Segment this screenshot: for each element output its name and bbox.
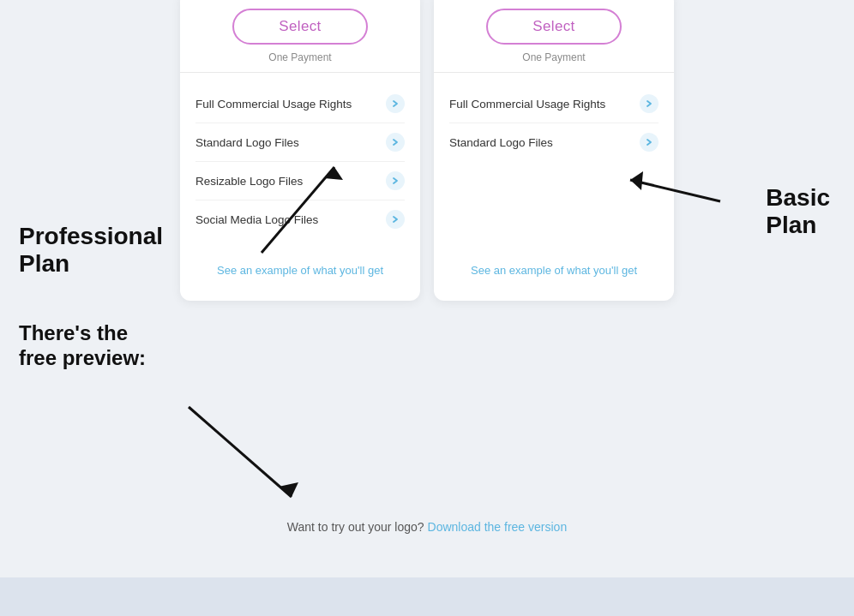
feature-chevron-icon[interactable] xyxy=(640,94,659,113)
list-item: Full Commercial Usage Rights xyxy=(195,85,405,123)
bottom-link-container: Want to try out your logo? Download the … xyxy=(0,520,854,534)
feature-chevron-icon[interactable] xyxy=(386,133,405,152)
professional-divider xyxy=(180,72,420,73)
free-preview-label: There's thefree preview: xyxy=(19,321,146,371)
professional-see-example-link[interactable]: See an example of what you'll get xyxy=(217,238,383,284)
basic-divider xyxy=(434,72,674,73)
basic-plan-label: BasicPlan xyxy=(766,184,830,239)
feature-label: Full Commercial Usage Rights xyxy=(195,98,352,111)
feature-label: Standard Logo Files xyxy=(195,136,299,149)
professional-feature-list: Full Commercial Usage Rights Standard Lo… xyxy=(180,85,420,238)
cards-container: Select One Payment Full Commercial Usage… xyxy=(180,0,674,309)
bottom-text: Want to try out your logo? xyxy=(287,520,428,534)
basic-see-example-link[interactable]: See an example of what you'll get xyxy=(471,238,637,284)
feature-chevron-icon[interactable] xyxy=(386,171,405,190)
feature-chevron-icon[interactable] xyxy=(386,94,405,113)
page-wrapper: Select One Payment Full Commercial Usage… xyxy=(0,0,854,616)
svg-marker-5 xyxy=(279,482,298,497)
basic-payment-label: One Payment xyxy=(522,51,585,63)
feature-label: Standard Logo Files xyxy=(449,136,553,149)
feature-label: Social Media Logo Files xyxy=(195,213,318,226)
basic-feature-list: Full Commercial Usage Rights Standard Lo… xyxy=(434,85,674,161)
basic-select-button[interactable]: Select xyxy=(486,9,621,45)
list-item: Resizable Logo Files xyxy=(195,162,405,200)
feature-chevron-icon[interactable] xyxy=(640,133,659,152)
list-item: Standard Logo Files xyxy=(195,123,405,162)
download-free-link[interactable]: Download the free version xyxy=(428,520,568,534)
feature-label: Full Commercial Usage Rights xyxy=(449,98,605,111)
basic-plan-card: Select One Payment Full Commercial Usage… xyxy=(434,0,674,301)
professional-payment-label: One Payment xyxy=(268,51,331,63)
professional-plan-card: Select One Payment Full Commercial Usage… xyxy=(180,0,420,301)
professional-select-button[interactable]: Select xyxy=(232,9,367,45)
feature-chevron-icon[interactable] xyxy=(386,210,405,229)
svg-line-4 xyxy=(189,407,292,497)
bottom-bar xyxy=(0,577,854,616)
list-item: Full Commercial Usage Rights xyxy=(449,85,659,123)
list-item: Social Media Logo Files xyxy=(195,200,405,238)
professional-plan-label: ProfessionalPlan xyxy=(19,223,163,278)
feature-label: Resizable Logo Files xyxy=(195,175,303,188)
list-item: Standard Logo Files xyxy=(449,123,659,161)
